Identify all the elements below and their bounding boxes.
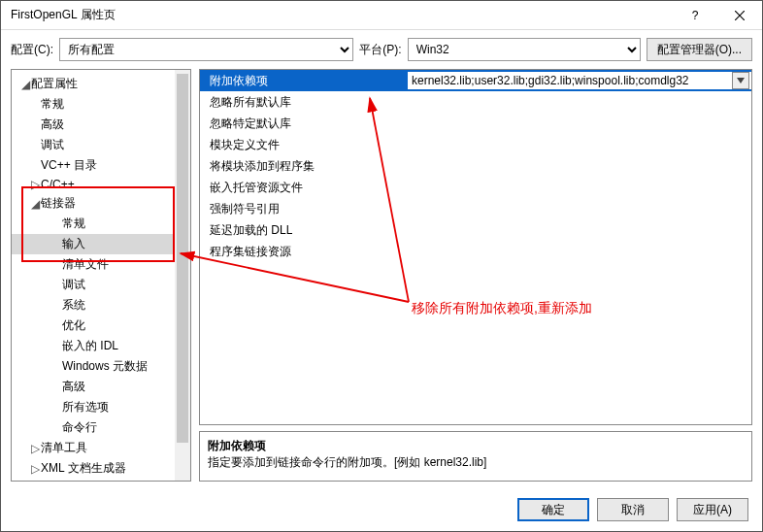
scrollbar-thumb[interactable] — [177, 74, 188, 443]
tree-linker-manifest[interactable]: 清单文件 — [12, 254, 190, 275]
tree-manifest-tool[interactable]: ▷清单工具 — [12, 438, 190, 458]
platform-label: 平台(P): — [359, 42, 401, 58]
grid-row[interactable]: 强制符号引用 — [200, 198, 751, 219]
close-button[interactable] — [717, 1, 762, 30]
dialog-buttons: 确定 取消 应用(A) — [517, 498, 748, 521]
expand-icon: ▷ — [29, 178, 41, 191]
expand-icon: ▷ — [29, 462, 41, 476]
tree-linker-idl[interactable]: 嵌入的 IDL — [12, 336, 190, 356]
tree-linker-input[interactable]: 输入 — [12, 234, 190, 254]
tree-linker-cmd[interactable]: 命令行 — [12, 417, 190, 438]
config-label: 配置(C): — [11, 42, 53, 58]
annotation-text: 移除所有附加依赖项,重新添加 — [412, 300, 592, 317]
nav-tree[interactable]: ◢配置属性 常规 高级 调试 VC++ 目录 ▷C/C++ ◢链接器 常规 输入… — [11, 69, 191, 482]
platform-select[interactable]: Win32 — [408, 38, 641, 61]
dropdown-icon[interactable] — [732, 72, 749, 89]
grid-row[interactable]: 嵌入托管资源文件 — [200, 177, 751, 198]
tree-cpp[interactable]: ▷C/C++ — [12, 176, 190, 193]
property-grid[interactable]: 附加依赖项 kernel32.lib;user32.lib;gdi32.lib;… — [199, 69, 752, 425]
apply-button[interactable]: 应用(A) — [677, 498, 748, 521]
tree-root[interactable]: ◢配置属性 — [12, 74, 190, 94]
tree-linker-all[interactable]: 所有选项 — [12, 397, 190, 417]
tree-debug[interactable]: 调试 — [12, 135, 190, 155]
window-title: FirstOpenGL 属性页 — [11, 7, 673, 23]
titlebar: FirstOpenGL 属性页 ? — [1, 1, 762, 30]
grid-row[interactable]: 模块定义文件 — [200, 134, 751, 155]
collapse-icon: ◢ — [29, 197, 41, 211]
expand-icon: ▷ — [29, 442, 41, 455]
config-toolbar: 配置(C): 所有配置 平台(P): Win32 配置管理器(O)... — [1, 30, 762, 69]
tree-linker-winmd[interactable]: Windows 元数据 — [12, 356, 190, 377]
config-manager-button[interactable]: 配置管理器(O)... — [647, 38, 752, 61]
tree-general[interactable]: 常规 — [12, 94, 190, 115]
tree-vcdirs[interactable]: VC++ 目录 — [12, 155, 190, 176]
prop-name: 附加依赖项 — [200, 73, 408, 89]
close-icon — [735, 11, 745, 20]
tree-linker-optimize[interactable]: 优化 — [12, 316, 190, 336]
help-button[interactable]: ? — [673, 1, 717, 30]
prop-value[interactable]: kernel32.lib;user32.lib;gdi32.lib;winspo… — [408, 72, 751, 89]
grid-row[interactable]: 程序集链接资源 — [200, 241, 751, 262]
tree-xml-doc[interactable]: ▷XML 文档生成器 — [12, 458, 190, 479]
tree-advanced[interactable]: 高级 — [12, 115, 190, 135]
grid-row[interactable]: 将模块添加到程序集 — [200, 155, 751, 177]
tree-linker-adv[interactable]: 高级 — [12, 377, 190, 397]
grid-row[interactable]: 忽略所有默认库 — [200, 91, 751, 113]
grid-row[interactable]: 延迟加载的 DLL — [200, 219, 751, 241]
cancel-button[interactable]: 取消 — [597, 498, 669, 521]
tree-linker[interactable]: ◢链接器 — [12, 193, 190, 214]
tree-scrollbar[interactable] — [175, 70, 190, 481]
desc-text: 指定要添加到链接命令行的附加项。[例如 kernel32.lib] — [208, 454, 744, 471]
config-select[interactable]: 所有配置 — [59, 38, 353, 61]
description-panel: 附加依赖项 指定要添加到链接命令行的附加项。[例如 kernel32.lib] — [199, 431, 752, 482]
tree-linker-general[interactable]: 常规 — [12, 214, 190, 234]
ok-button[interactable]: 确定 — [517, 498, 589, 521]
grid-row-selected[interactable]: 附加依赖项 kernel32.lib;user32.lib;gdi32.lib;… — [200, 70, 751, 91]
grid-row[interactable]: 忽略特定默认库 — [200, 113, 751, 134]
desc-title: 附加依赖项 — [208, 438, 744, 454]
collapse-icon: ◢ — [19, 78, 31, 91]
tree-linker-debug[interactable]: 调试 — [12, 275, 190, 295]
tree-linker-system[interactable]: 系统 — [12, 295, 190, 316]
tree-browse-info[interactable]: ▷浏览信息 — [12, 479, 190, 482]
